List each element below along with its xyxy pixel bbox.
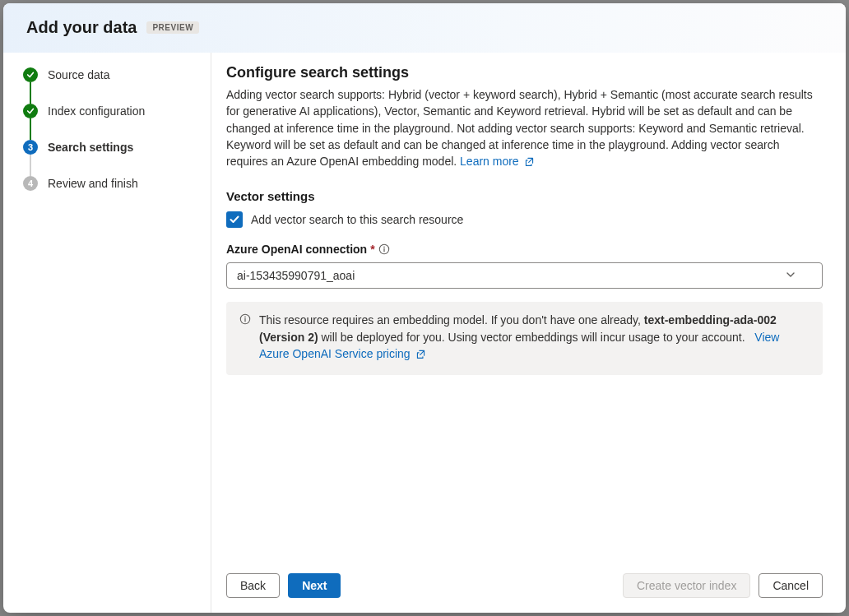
vector-search-checkbox[interactable]	[226, 211, 243, 228]
vector-search-checkbox-row: Add vector search to this search resourc…	[226, 211, 823, 228]
back-button[interactable]: Back	[226, 573, 280, 598]
connection-field-label: Azure OpenAI connection *	[226, 243, 823, 256]
wizard-steps-sidebar: Source data Index configuration 3 Search…	[3, 53, 211, 613]
info-text-part1: This resource requires an embedding mode…	[259, 313, 644, 327]
section-description: Adding vector search supports: Hybrid (v…	[226, 86, 823, 171]
create-vector-index-button: Create vector index	[623, 573, 750, 598]
info-icon[interactable]	[378, 243, 390, 255]
info-icon	[239, 313, 251, 325]
wizard-footer: Back Next Create vector index Cancel	[226, 560, 823, 598]
check-icon	[23, 67, 38, 82]
modal-title: Add your data	[26, 18, 137, 37]
add-data-modal: Add your data PREVIEW Source data Index …	[3, 3, 846, 613]
section-title: Configure search settings	[226, 64, 823, 81]
check-icon	[23, 104, 38, 118]
step-connector	[30, 82, 31, 104]
step-search-settings[interactable]: 3 Search settings	[23, 140, 194, 155]
embedding-info-box: This resource requires an embedding mode…	[226, 302, 823, 375]
svg-rect-5	[244, 318, 245, 322]
required-indicator: *	[370, 243, 374, 256]
step-connector	[30, 155, 31, 176]
external-link-icon	[524, 155, 535, 171]
step-connector	[30, 118, 31, 140]
vector-search-checkbox-label[interactable]: Add vector search to this search resourc…	[251, 213, 463, 226]
cancel-button[interactable]: Cancel	[759, 573, 823, 598]
step-label: Index configuration	[48, 104, 145, 118]
openai-connection-select[interactable]: ai-153435990791_aoai	[226, 262, 823, 289]
vector-settings-title: Vector settings	[226, 189, 823, 203]
step-label: Search settings	[48, 141, 133, 155]
step-review-finish: 4 Review and finish	[23, 176, 194, 191]
connection-label-text: Azure OpenAI connection	[226, 243, 367, 256]
step-source-data[interactable]: Source data	[23, 67, 194, 82]
svg-rect-2	[383, 248, 384, 252]
chevron-down-icon	[786, 269, 796, 282]
learn-more-text: Learn more	[460, 155, 519, 168]
step-index-configuration[interactable]: Index configuration	[23, 104, 194, 118]
svg-point-4	[244, 317, 246, 318]
step-number-icon: 3	[23, 140, 38, 155]
next-button[interactable]: Next	[288, 573, 341, 598]
preview-badge: PREVIEW	[146, 21, 199, 34]
svg-point-1	[383, 247, 385, 248]
step-label: Review and finish	[48, 177, 138, 191]
info-text-part2: will be deployed for you. Using vector e…	[318, 331, 745, 344]
external-link-icon	[415, 347, 426, 364]
content-scroll[interactable]: Configure search settings Adding vector …	[226, 64, 823, 560]
embedding-info-text: This resource requires an embedding mode…	[259, 312, 810, 364]
modal-body: Source data Index configuration 3 Search…	[3, 53, 846, 613]
step-label: Source data	[48, 68, 110, 82]
step-number-icon: 4	[23, 176, 38, 191]
modal-header: Add your data PREVIEW	[3, 3, 846, 53]
learn-more-link[interactable]: Learn more	[460, 155, 534, 168]
content-pane: Configure search settings Adding vector …	[211, 53, 846, 613]
select-value: ai-153435990791_aoai	[237, 269, 355, 282]
